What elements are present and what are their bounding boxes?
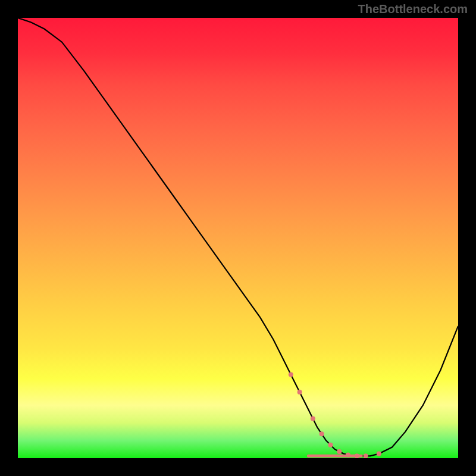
chart-overlay <box>18 18 458 458</box>
flat-region-marker <box>311 416 315 421</box>
flat-region-marker <box>377 452 381 456</box>
flat-region-marker <box>364 453 368 458</box>
bottleneck-curve <box>18 18 458 456</box>
flat-region-marker <box>298 390 302 394</box>
flat-region-markers <box>289 372 381 458</box>
watermark-label: TheBottleneck.com <box>358 2 468 16</box>
flat-region-marker <box>355 453 359 458</box>
chart-line-series <box>18 18 458 456</box>
flat-region-marker <box>346 452 350 457</box>
flat-region-marker <box>337 449 342 454</box>
chart-plot-area <box>18 18 458 458</box>
flat-region-marker <box>328 443 333 447</box>
flat-region-marker <box>320 431 324 436</box>
flat-region-marker <box>289 372 293 377</box>
